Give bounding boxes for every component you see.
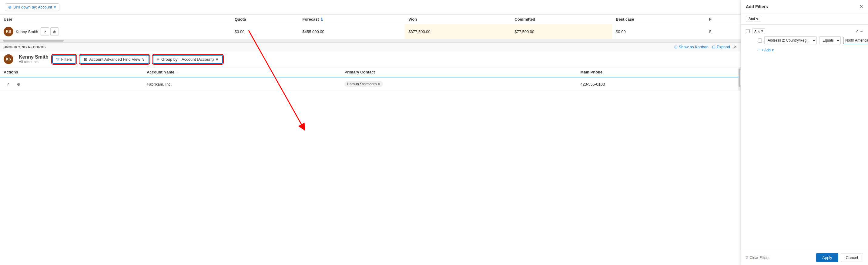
records-user-details: Kenny Smith All accounts bbox=[19, 54, 49, 64]
forecast-info-icon: ℹ bbox=[321, 17, 322, 22]
underlying-title: UNDERLYING RECORDS bbox=[4, 45, 46, 49]
col-extra: F bbox=[706, 15, 741, 24]
records-table: Actions Account Name ↑ Primary Contact M… bbox=[0, 68, 741, 91]
field-select[interactable]: Address 2: Country/Reg... bbox=[764, 36, 817, 44]
globe-icon: ⊕ bbox=[8, 5, 11, 9]
panel-title: Add Filters bbox=[746, 4, 768, 9]
add-sub-filter-button[interactable]: + + Add ▾ bbox=[758, 47, 774, 53]
filter-icon: ▽ bbox=[56, 57, 59, 62]
sub-filter-checkbox[interactable] bbox=[758, 38, 762, 43]
panel-header: Add Filters ✕ bbox=[741, 0, 868, 14]
v-scroll-thumb bbox=[739, 69, 740, 87]
panel-and-bar: And ∨ bbox=[741, 14, 868, 25]
won-cell: $377,500.00 bbox=[405, 24, 511, 39]
col-won: Won bbox=[405, 15, 511, 24]
close-panel-button[interactable]: ✕ bbox=[859, 4, 863, 9]
col-quota: Quota bbox=[231, 15, 299, 24]
sort-icon: ↑ bbox=[177, 71, 178, 74]
remove-contact-button[interactable]: ✕ bbox=[378, 82, 380, 86]
view-select-button[interactable]: ⊞ Account Advanced Find View ∨ bbox=[80, 55, 149, 64]
records-user-avatar: KS bbox=[4, 54, 13, 64]
filter-group-checkbox[interactable] bbox=[746, 29, 750, 33]
group-by-button[interactable]: ≡ Group by: Account (Account) ∨ bbox=[153, 55, 223, 64]
row-target-button[interactable]: ⊕ bbox=[14, 80, 23, 88]
main-phone-cell: 423-555-0103 bbox=[577, 77, 741, 91]
best-case-cell: $0.00 bbox=[612, 24, 706, 39]
col-main-phone: Main Phone bbox=[577, 68, 741, 77]
h-scroll-thumb bbox=[3, 40, 64, 42]
target-icon-button[interactable]: ⊕ bbox=[50, 27, 59, 36]
user-avatar: KS bbox=[4, 27, 13, 36]
records-table-container: Actions Account Name ↑ Primary Contact M… bbox=[0, 68, 741, 91]
col-committed: Committed bbox=[511, 15, 612, 24]
expand-icon: ⊡ bbox=[712, 45, 715, 49]
table-row: ↗ ⊕ Fabrikam, Inc. Haroun Stormonth ✕ 42… bbox=[0, 77, 741, 91]
records-user-name: Kenny Smith bbox=[19, 54, 49, 60]
account-name-cell: Fabrikam, Inc. bbox=[143, 77, 341, 91]
col-forecast: Forecast ℹ bbox=[299, 15, 405, 24]
underlying-header: UNDERLYING RECORDS ⊞ Show as Kanban ⊡ Ex… bbox=[0, 43, 741, 51]
filter-group-row: And ▾ ⤢ ··· bbox=[746, 28, 863, 34]
share-icon-button[interactable]: ↗ bbox=[41, 27, 49, 36]
expand-icon-button[interactable]: ⤢ bbox=[855, 29, 859, 33]
col-user: User bbox=[0, 15, 231, 24]
v-scrollbar[interactable] bbox=[738, 68, 741, 91]
records-toolbar: KS Kenny Smith All accounts ▽ Filters ⊞ … bbox=[0, 51, 741, 68]
col-best-case: Best case bbox=[612, 15, 706, 24]
user-name-cell: Kenny Smith bbox=[16, 29, 38, 34]
forecast-cell: $455,000.00 bbox=[299, 24, 405, 39]
top-bar: ⊕ Drill down by: Account ▾ bbox=[0, 0, 741, 15]
underlying-section: UNDERLYING RECORDS ⊞ Show as Kanban ⊡ Ex… bbox=[0, 42, 741, 91]
committed-cell: $77,500.00 bbox=[511, 24, 612, 39]
filters-button[interactable]: ▽ Filters bbox=[52, 55, 76, 64]
add-filters-panel: Add Filters ✕ And ∨ And ▾ ⤢ ··· Address … bbox=[741, 0, 868, 91]
operator-select[interactable]: Equals bbox=[819, 36, 841, 44]
quota-cell: $0.00 bbox=[231, 24, 299, 39]
contact-tag: Haroun Stormonth ✕ bbox=[344, 81, 383, 87]
expand-buttons: ⤢ ··· bbox=[855, 29, 863, 33]
records-user-sub: All accounts bbox=[19, 60, 49, 64]
user-cell: KS Kenny Smith ↗ ⊕ bbox=[0, 24, 231, 39]
show-as-kanban-button[interactable]: ⊞ Show as Kanban bbox=[674, 45, 709, 49]
forecast-table: User Quota Forecast ℹ Won Committed Best… bbox=[0, 15, 741, 39]
expand-button[interactable]: ⊡ Expand bbox=[712, 45, 730, 49]
row-open-button[interactable]: ↗ bbox=[4, 80, 12, 88]
col-account-name: Account Name ↑ bbox=[143, 68, 341, 77]
group-icon: ≡ bbox=[157, 57, 159, 62]
main-content: ⊕ Drill down by: Account ▾ User Quota Fo… bbox=[0, 0, 741, 91]
records-header-row: Actions Account Name ↑ Primary Contact M… bbox=[0, 68, 741, 77]
underlying-actions: ⊞ Show as Kanban ⊡ Expand ✕ bbox=[674, 45, 737, 49]
records-user-info: KS Kenny Smith All accounts bbox=[4, 54, 49, 64]
forecast-data-row: KS Kenny Smith ↗ ⊕ $0.00 $455,000.00 $37… bbox=[0, 24, 741, 39]
drill-down-button[interactable]: ⊕ Drill down by: Account ▾ bbox=[5, 3, 59, 11]
col-primary-contact: Primary Contact bbox=[341, 68, 577, 77]
and-badge-button[interactable]: And ▾ bbox=[752, 28, 765, 34]
actions-cell: ↗ ⊕ bbox=[0, 77, 143, 91]
extra-cell: $ bbox=[706, 24, 741, 39]
panel-body: And ▾ ⤢ ··· Address 2: Country/Reg... Eq… bbox=[741, 25, 868, 91]
primary-contact-cell: Haroun Stormonth ✕ bbox=[341, 77, 577, 91]
and-operator-button[interactable]: And ∨ bbox=[746, 16, 761, 22]
forecast-header-row: User Quota Forecast ℹ Won Committed Best… bbox=[0, 15, 741, 24]
sub-filter-row: Address 2: Country/Reg... Equals ✓ bbox=[758, 36, 863, 44]
value-input[interactable] bbox=[843, 37, 868, 44]
kanban-icon: ⊞ bbox=[674, 45, 678, 49]
forecast-table-container: User Quota Forecast ℹ Won Committed Best… bbox=[0, 15, 741, 39]
grid-icon: ⊞ bbox=[84, 57, 87, 62]
h-scrollbar[interactable] bbox=[0, 39, 741, 42]
col-actions: Actions bbox=[0, 68, 143, 77]
close-underlying-button[interactable]: ✕ bbox=[734, 45, 737, 49]
more-options-button[interactable]: ··· bbox=[860, 29, 863, 33]
